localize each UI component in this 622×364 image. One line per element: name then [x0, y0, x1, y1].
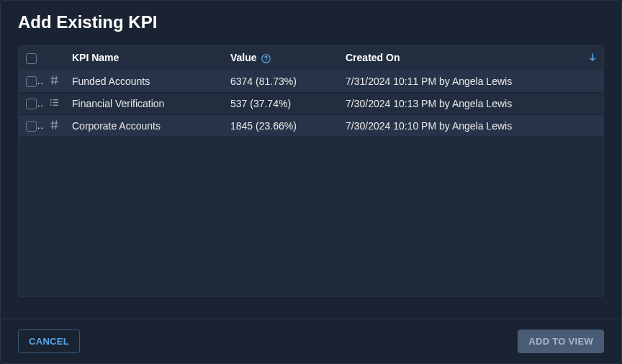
sort-desc-icon[interactable] [589, 53, 596, 62]
svg-point-1 [266, 60, 266, 61]
table-header-row: KPI Name Value [19, 46, 603, 70]
modal-header: Add Existing KPI [1, 1, 621, 45]
cell-name: Financial Verification [65, 92, 223, 114]
add-kpi-modal: Add Existing KPI KPI Name [0, 0, 622, 364]
cell-created: 7/30/2024 10:13 PM by Angela Lewis [338, 92, 603, 114]
header-select-all[interactable] [19, 46, 43, 70]
cell-value: 537 (37.74%) [223, 92, 338, 114]
table-row[interactable]: Corporate Accounts 1845 (23.66%) 7/30/20… [19, 114, 603, 137]
cell-value: 6374 (81.73%) [223, 70, 338, 92]
table-row[interactable]: Financial Verification 537 (37.74%) 7/30… [19, 92, 603, 114]
cell-created: 7/30/2024 10:10 PM by Angela Lewis [338, 114, 603, 137]
header-created-label: Created On [346, 52, 400, 63]
cell-name: Funded Accounts [65, 70, 223, 92]
svg-rect-3 [53, 99, 58, 101]
header-name[interactable]: KPI Name [65, 46, 223, 70]
cell-created: 7/31/2024 10:11 PM by Angela Lewis [338, 70, 603, 92]
header-icon-col [43, 46, 65, 70]
header-name-label: KPI Name [72, 52, 119, 63]
select-all-checkbox[interactable] [26, 53, 37, 64]
hash-icon [49, 119, 60, 130]
cell-name: Corporate Accounts [65, 114, 223, 137]
list-icon [49, 97, 60, 108]
svg-point-4 [50, 101, 51, 103]
row-checkbox[interactable] [26, 76, 37, 87]
svg-rect-5 [53, 102, 58, 104]
modal-title: Add Existing KPI [18, 12, 604, 32]
svg-rect-7 [53, 104, 58, 106]
row-checkbox[interactable] [26, 99, 37, 109]
add-to-view-button[interactable]: ADD TO VIEW [518, 329, 604, 353]
kpi-table-container: KPI Name Value [18, 45, 604, 297]
modal-body: KPI Name Value [1, 45, 621, 319]
header-value[interactable]: Value [223, 46, 338, 70]
cancel-button[interactable]: CANCEL [18, 329, 80, 353]
kpi-table: KPI Name Value [19, 46, 603, 137]
header-value-label: Value [230, 52, 257, 63]
hash-icon [49, 75, 60, 86]
table-row[interactable]: Funded Accounts 6374 (81.73%) 7/31/2024 … [19, 70, 603, 92]
svg-point-6 [50, 104, 51, 106]
help-icon[interactable] [261, 54, 271, 63]
svg-point-2 [50, 99, 51, 101]
table-body: Funded Accounts 6374 (81.73%) 7/31/2024 … [19, 70, 603, 137]
modal-footer: CANCEL ADD TO VIEW [1, 319, 621, 363]
row-checkbox[interactable] [26, 121, 37, 132]
cell-value: 1845 (23.66%) [223, 114, 338, 137]
header-created[interactable]: Created On [338, 46, 603, 70]
